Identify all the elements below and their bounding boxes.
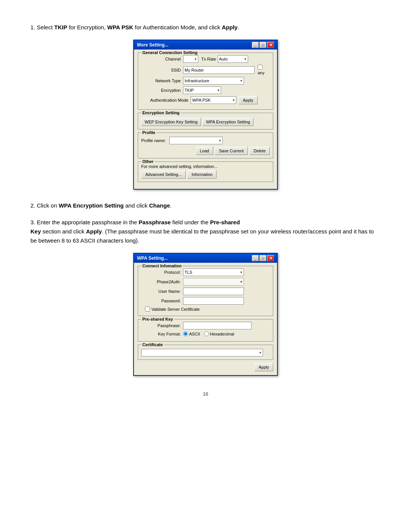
step3-text1: 3. Enter the appropriate passphrase in t… — [30, 219, 139, 225]
protocol-select-wrapper[interactable]: TLS — [183, 268, 244, 276]
step2-change: Change — [149, 202, 170, 209]
wpa-encryption-button[interactable]: WPA Encryption Setting — [202, 118, 253, 126]
password-input[interactable] — [183, 297, 244, 305]
step2-wpa: WPA Encryption Setting — [59, 202, 124, 209]
validate-label[interactable]: Validate Server Certificate — [145, 307, 270, 312]
channel-select[interactable] — [183, 55, 198, 63]
protocol-select[interactable]: TLS — [183, 268, 244, 276]
username-label: User Name: — [141, 289, 183, 294]
certificate-select[interactable] — [141, 349, 263, 356]
step3-passphrase: Passphrase — [139, 219, 170, 225]
wpa-setting-title: WPA Setting... — [137, 256, 168, 261]
encryption-select-wrapper[interactable]: TKIP — [183, 86, 221, 94]
any-label: any — [258, 65, 270, 75]
preshared-key-section: Pre-shared Key Passphrase: Key Format: A… — [138, 319, 273, 342]
wpa-setting-dialog: WPA Setting... _ □ ✕ Connect Infomation … — [133, 253, 278, 376]
load-button[interactable]: Load — [196, 147, 213, 155]
wpa-apply-button[interactable]: Apply — [254, 363, 273, 371]
network-type-label: Network Type — [141, 78, 183, 83]
general-connection-section: General Connection Setting Channel Tx Ra… — [138, 53, 273, 110]
protocol-row: Protocol: TLS — [141, 268, 270, 276]
wpa-maximize-btn[interactable]: □ — [260, 255, 266, 261]
step1-text-mid1: for Encryption, — [67, 24, 107, 30]
protocol-label: Protocol: — [141, 270, 183, 275]
tx-rate-select-wrapper[interactable]: Auto — [218, 55, 248, 63]
maximize-btn[interactable]: □ — [260, 42, 266, 48]
ssid-input[interactable] — [183, 66, 255, 74]
auth-mode-label: Authentication Mode — [141, 98, 191, 102]
profile-name-select-wrapper[interactable] — [169, 137, 223, 144]
tx-rate-select[interactable]: Auto — [218, 55, 248, 63]
password-label: Password: — [141, 299, 183, 303]
channel-row: Channel Tx Rate Auto — [141, 55, 270, 63]
step2-text3: . — [170, 202, 172, 209]
step3-preshared: Pre-shared — [210, 219, 240, 225]
passphrase-input[interactable] — [183, 322, 252, 329]
phase2-label: Phase2Auth: — [141, 280, 183, 284]
ssid-row: SSID any — [141, 65, 270, 75]
connect-info-section: Connect Infomation Protocol: TLS Phase2A… — [138, 266, 273, 316]
encryption-label: Encryption — [141, 88, 183, 93]
wpa-setting-titlebar: WPA Setting... _ □ ✕ — [134, 254, 277, 263]
more-setting-body: General Connection Setting Channel Tx Ra… — [134, 50, 277, 189]
general-section-label: General Connection Setting — [141, 50, 199, 55]
more-setting-dialog: More Setting... _ □ ✕ General Connection… — [133, 40, 278, 190]
step1-text-end: . — [237, 24, 239, 30]
validate-row: Validate Server Certificate — [145, 307, 270, 312]
step3-text3: section and click — [41, 228, 86, 235]
other-text: For more advanced setting, information..… — [141, 164, 270, 169]
phase2-select-wrapper[interactable] — [183, 278, 244, 286]
step2-instruction: 2. Click on WPA Encryption Setting and c… — [30, 201, 381, 210]
step2-text: 2. Click on — [30, 202, 59, 209]
ascii-radio[interactable] — [183, 331, 188, 336]
tx-rate-label: Tx Rate — [201, 57, 216, 61]
wpa-minimize-btn[interactable]: _ — [252, 255, 259, 261]
password-row: Password: — [141, 297, 270, 305]
save-current-button[interactable]: Save Current — [215, 147, 248, 155]
username-input[interactable] — [183, 288, 244, 295]
close-btn[interactable]: ✕ — [267, 42, 274, 48]
step1-tkip: TKIP — [54, 24, 67, 30]
auth-mode-select[interactable]: WPA PSK — [191, 96, 236, 104]
hex-label: Hexadecimal — [210, 332, 234, 336]
wpa-close-btn[interactable]: ✕ — [267, 255, 274, 261]
step3-instruction: 3. Enter the appropriate passphrase in t… — [30, 218, 381, 245]
encryption-section-label: Encryption Setting — [141, 110, 181, 115]
hex-radio[interactable] — [204, 331, 209, 336]
network-type-select[interactable]: Infrastructure — [183, 77, 244, 85]
profile-name-select[interactable] — [169, 137, 223, 144]
passphrase-label: Passphrase: — [141, 323, 183, 328]
network-type-row: Network Type Infrastructure — [141, 77, 270, 85]
step1-text-before: 1. Select — [30, 24, 54, 30]
encryption-buttons: WEP Encryption Key Setting WPA Encryptio… — [141, 118, 270, 126]
ascii-label: ASCII — [189, 332, 200, 336]
auth-apply-button[interactable]: Apply — [239, 96, 258, 104]
auth-mode-select-wrapper[interactable]: WPA PSK — [191, 96, 236, 104]
minimize-btn[interactable]: _ — [252, 42, 259, 48]
validate-text: Validate Server Certificate — [151, 307, 200, 312]
profile-action-buttons: Load Save Current Delete — [141, 147, 270, 155]
any-checkbox[interactable] — [258, 65, 263, 70]
profile-name-label: Profile name: — [141, 138, 168, 143]
wep-encryption-button[interactable]: WEP Encryption Key Setting — [141, 118, 201, 126]
certificate-section: Certificate — [138, 345, 273, 360]
advanced-setting-button[interactable]: Advanced Setting... — [141, 170, 186, 179]
wpa-setting-body: Connect Infomation Protocol: TLS Phase2A… — [134, 263, 277, 375]
key-format-radio-group: ASCII Hexadecimal — [183, 331, 234, 336]
information-button[interactable]: Information — [187, 170, 217, 179]
network-type-select-wrapper[interactable]: Infrastructure — [183, 77, 244, 85]
hex-radio-label[interactable]: Hexadecimal — [204, 331, 234, 336]
certificate-select-wrapper[interactable] — [141, 349, 263, 356]
channel-select-wrapper[interactable] — [183, 55, 198, 63]
validate-checkbox[interactable] — [145, 307, 150, 312]
encryption-select[interactable]: TKIP — [183, 86, 221, 94]
other-section: Other For more advanced setting, informa… — [138, 161, 273, 182]
ascii-radio-label[interactable]: ASCII — [183, 331, 200, 336]
phase2-select[interactable] — [183, 278, 244, 286]
key-format-row: Key Format: ASCII Hexadecimal — [141, 331, 270, 336]
more-setting-title: More Setting... — [137, 42, 169, 48]
step1-text-mid2: for Authentication Mode, and click — [133, 24, 222, 30]
certificate-row — [141, 347, 270, 356]
delete-button[interactable]: Delete — [249, 147, 270, 155]
certificate-section-label: Certificate — [141, 342, 164, 347]
